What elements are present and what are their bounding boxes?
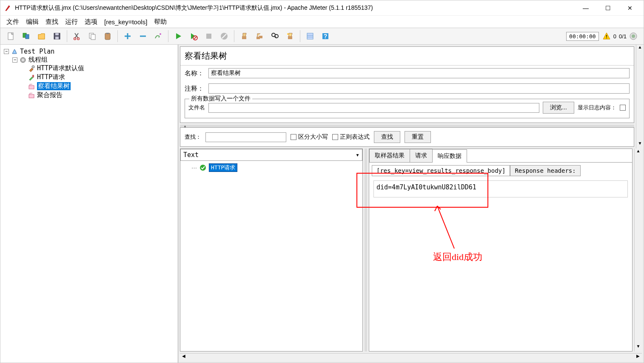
function-helper-button[interactable] xyxy=(303,29,317,43)
tree-item-http-request[interactable]: HTTP请求 xyxy=(21,73,176,81)
menu-options[interactable]: 选项 xyxy=(82,17,100,27)
tree-item-label: 察看结果树 xyxy=(37,82,71,90)
search-bar: 查找： 区分大小写 正则表达式 查找 重置 xyxy=(180,127,634,147)
help-button[interactable]: ? xyxy=(318,29,333,43)
menu-help[interactable]: 帮助 xyxy=(151,17,169,27)
case-checkbox[interactable] xyxy=(291,134,296,140)
start-button[interactable] xyxy=(171,29,185,43)
gear-icon xyxy=(19,56,27,64)
collapse-button[interactable] xyxy=(136,29,150,43)
warning-count: 0 xyxy=(613,33,616,40)
maximize-button[interactable]: ☐ xyxy=(603,3,613,13)
svg-rect-5 xyxy=(55,37,59,39)
svg-line-44 xyxy=(437,206,454,249)
filename-input[interactable] xyxy=(208,103,539,113)
annotation-arrow xyxy=(433,202,459,253)
menu-search[interactable]: 查找 xyxy=(43,17,61,27)
results-list[interactable]: ⋯ HTTP请求 xyxy=(180,161,362,351)
main-pane: 察看结果树 名称： 注释： 所有数据写入一个文件 文件名 xyxy=(178,45,644,363)
stop-button[interactable] xyxy=(202,29,216,43)
vertical-scrollbar[interactable]: ▲▼ xyxy=(636,45,644,149)
search-button[interactable] xyxy=(268,29,282,43)
collapse-icon[interactable]: − xyxy=(4,49,9,54)
svg-point-6 xyxy=(74,38,76,40)
tree-root[interactable]: − Test Plan xyxy=(4,48,176,55)
timer-display: 00:00:00 xyxy=(566,32,599,41)
templates-button[interactable] xyxy=(19,29,34,43)
menu-edit[interactable]: 编辑 xyxy=(23,17,41,27)
cut-button[interactable] xyxy=(70,29,84,43)
svg-rect-11 xyxy=(106,33,109,34)
reset-button[interactable]: 重置 xyxy=(405,131,431,143)
menu-tools[interactable]: [res_key=tools] xyxy=(102,17,150,26)
tree-item-aggregate[interactable]: 聚合报告 xyxy=(21,91,176,99)
subtab-body[interactable]: [res_key=view_results_response_body] xyxy=(372,165,510,176)
svg-rect-29 xyxy=(307,33,313,39)
regex-checkbox[interactable] xyxy=(332,134,338,140)
tree-item-label: HTTP请求默认值 xyxy=(37,64,84,72)
warning-icon: ! xyxy=(602,32,611,40)
paste-button[interactable] xyxy=(100,29,115,43)
results-left-pane: Text▾ ⋯ HTTP请求 xyxy=(180,149,363,352)
vertical-splitter[interactable] xyxy=(365,149,367,352)
svg-point-39 xyxy=(32,66,34,68)
svg-text:?: ? xyxy=(324,33,328,40)
svg-rect-2 xyxy=(26,34,29,39)
tree-item-label: HTTP请求 xyxy=(37,73,65,81)
wrench-icon xyxy=(28,65,35,72)
renderer-select[interactable]: Text▾ xyxy=(180,149,362,161)
tree-pane[interactable]: − Test Plan − 线程组 xyxy=(0,45,178,363)
response-body[interactable]: did=4m7LyAI0tukwnU82ilDD61 xyxy=(373,180,628,197)
tab-request[interactable]: 请求 xyxy=(410,149,433,162)
results-right-pane: 取样器结果 请求 响应数据 [res_key=view_results_resp… xyxy=(369,149,633,352)
svg-point-38 xyxy=(22,59,24,61)
svg-rect-40 xyxy=(32,75,34,77)
showlog-checkbox[interactable] xyxy=(620,105,626,111)
new-button[interactable] xyxy=(4,29,18,43)
minimize-button[interactable]: — xyxy=(581,3,591,13)
tree-item-label: 聚合报告 xyxy=(37,91,63,99)
svg-rect-10 xyxy=(105,33,110,40)
tab-sampler[interactable]: 取样器结果 xyxy=(369,149,410,162)
open-button[interactable] xyxy=(34,29,49,43)
window-title: HTTP请求默认值.jmx (C:\Users\newantchen\Deskt… xyxy=(15,4,581,12)
close-button[interactable]: ✕ xyxy=(625,3,635,13)
tree-threadgroup[interactable]: − 线程组 xyxy=(12,56,176,64)
result-item[interactable]: ⋯ HTTP请求 xyxy=(183,163,360,172)
toolbar: ? 00:00:00 ! 0 0/1 xyxy=(0,28,644,45)
copy-button[interactable] xyxy=(85,29,100,43)
vertical-scrollbar[interactable]: ▲▼ xyxy=(634,149,642,352)
panel-title: 察看结果树 xyxy=(180,47,634,66)
do-search-button[interactable]: 查找 xyxy=(374,131,400,143)
browse-button[interactable]: 浏览... xyxy=(543,102,574,114)
expand-button[interactable] xyxy=(120,29,135,43)
start-no-pause-button[interactable] xyxy=(186,29,201,43)
search-input[interactable] xyxy=(205,132,286,142)
svg-rect-41 xyxy=(29,86,34,89)
svg-rect-23 xyxy=(259,36,262,38)
pipette-icon xyxy=(28,74,35,81)
collapse-icon[interactable]: − xyxy=(12,57,17,63)
tree-item-results-tree[interactable]: 察看结果树 xyxy=(21,82,176,90)
name-input[interactable] xyxy=(208,68,630,78)
horizontal-scrollbar[interactable]: ◀▶ xyxy=(180,353,642,361)
shutdown-button[interactable] xyxy=(217,29,231,43)
reset-search-button[interactable] xyxy=(283,29,297,43)
subtab-headers[interactable]: Response headers: xyxy=(510,165,580,176)
save-button[interactable] xyxy=(50,29,64,43)
comment-input[interactable] xyxy=(208,83,630,94)
search-label: 查找： xyxy=(185,133,201,141)
app-icon xyxy=(5,5,11,11)
tab-response[interactable]: 响应数据 xyxy=(432,149,467,163)
svg-rect-18 xyxy=(206,34,211,39)
tree-item-http-defaults[interactable]: HTTP请求默认值 xyxy=(21,64,176,72)
titlebar: HTTP请求默认值.jmx (C:\Users\newantchen\Deskt… xyxy=(0,0,644,16)
menu-file[interactable]: 文件 xyxy=(4,17,22,27)
menu-run[interactable]: 运行 xyxy=(63,17,80,27)
fileset-legend: 所有数据写入一个文件 xyxy=(189,95,252,103)
svg-point-7 xyxy=(77,38,80,40)
svg-rect-27 xyxy=(288,36,292,39)
clear-button[interactable] xyxy=(237,29,251,43)
toggle-button[interactable] xyxy=(151,29,165,43)
clear-all-button[interactable] xyxy=(252,29,267,43)
